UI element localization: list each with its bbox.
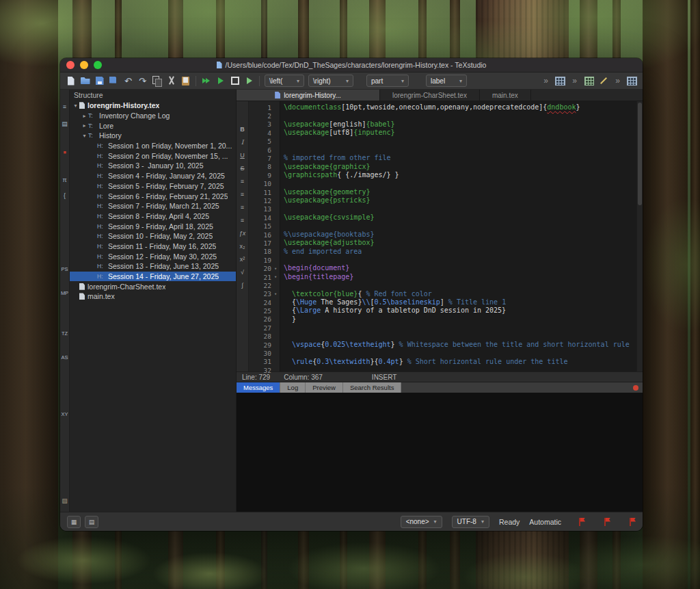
brush-icon[interactable]: ▨ bbox=[62, 497, 68, 505]
root-icon[interactable]: √ bbox=[241, 269, 244, 276]
structure-item[interactable]: H:Session 5 - Friday, February 7, 2025 bbox=[70, 181, 236, 192]
metapost-icon[interactable]: MP bbox=[61, 289, 68, 297]
math-function-icon[interactable]: ƒx bbox=[239, 230, 246, 237]
paste-icon[interactable] bbox=[178, 74, 193, 88]
tikz-icon[interactable]: TZ bbox=[62, 330, 68, 337]
editor-tab[interactable]: lorengrim-CharSheet.tex bbox=[380, 90, 480, 101]
structure-item[interactable]: ▸T:Inventory Change Log bbox=[70, 111, 236, 121]
close-panel-icon[interactable] bbox=[633, 385, 638, 391]
wizard-icon[interactable] bbox=[596, 74, 610, 88]
code-area[interactable]: \documentclass[10pt,twoside,onecolumn,op… bbox=[280, 101, 643, 371]
structure-item[interactable]: H:Session 11 - Friday, May 16, 2025 bbox=[70, 241, 236, 252]
expander-icon[interactable]: ▸ bbox=[81, 122, 88, 129]
chevrons2-icon[interactable]: » bbox=[567, 74, 582, 88]
structure-item[interactable]: ▾T:History bbox=[70, 131, 236, 141]
marker-icon[interactable]: ■ bbox=[63, 148, 66, 156]
align-justify-icon[interactable]: ≡ bbox=[241, 217, 244, 224]
expander-icon[interactable]: ▾ bbox=[72, 103, 79, 109]
expander-icon[interactable]: ▸ bbox=[81, 113, 88, 119]
encoding-dropdown[interactable]: UTF-8 ▾ bbox=[452, 516, 489, 528]
copy-icon[interactable] bbox=[150, 74, 164, 88]
chevrons-icon[interactable]: » bbox=[539, 74, 553, 88]
red-flag-icon[interactable] bbox=[604, 518, 610, 526]
expander-icon[interactable]: ▾ bbox=[81, 133, 88, 139]
structure-item[interactable]: H:Session 6 - Friday, February 21, 2025 bbox=[70, 191, 236, 201]
asymptote-icon[interactable]: AS bbox=[61, 354, 68, 361]
align-center-icon[interactable]: ≡ bbox=[241, 191, 244, 198]
pstricks-icon[interactable]: PS bbox=[61, 265, 68, 273]
italic-icon[interactable]: I bbox=[241, 139, 244, 146]
save-all-icon[interactable] bbox=[107, 74, 121, 88]
structure-item[interactable]: ▾lorengrim-History.tex bbox=[70, 101, 236, 111]
output-tab-messages[interactable]: Messages bbox=[237, 382, 280, 393]
structure-item[interactable]: H:Session 12 - Friday, May 30, 2025 bbox=[70, 251, 236, 261]
xy-pic-icon[interactable]: XY bbox=[61, 410, 68, 418]
toolbar-dropdown[interactable]: label▾ bbox=[426, 75, 467, 87]
fold-marker-icon[interactable]: ▾ bbox=[271, 266, 280, 272]
structure-item[interactable]: H:Session 3 - January 10, 2025 bbox=[70, 161, 236, 171]
titlebar[interactable]: /Users/blue/code/Tex/DnD_TheSages/charac… bbox=[60, 58, 643, 73]
align-left-icon[interactable]: ≡ bbox=[241, 178, 244, 185]
structure-item[interactable]: H:Session 13 - Friday, June 13, 2025 bbox=[70, 261, 236, 272]
red-flag-icon[interactable] bbox=[630, 518, 636, 526]
build-and-view-icon[interactable] bbox=[199, 74, 213, 88]
output-tab-log[interactable]: Log bbox=[280, 382, 306, 393]
subscript-icon[interactable]: x₂ bbox=[240, 243, 245, 250]
table2-icon[interactable] bbox=[625, 74, 639, 88]
bold-icon[interactable]: B bbox=[240, 126, 245, 133]
fold-marker-icon[interactable]: ▾ bbox=[271, 291, 280, 297]
undo-icon[interactable]: ↶ bbox=[121, 74, 135, 88]
underline-icon[interactable]: U bbox=[240, 152, 245, 159]
structure-item[interactable]: H:Session 2 on Friday, November 15, ... bbox=[70, 150, 236, 161]
math-symbols-icon[interactable]: π bbox=[62, 176, 66, 184]
align-right-icon[interactable]: ≡ bbox=[241, 204, 244, 211]
structure-item[interactable]: ▸T:Lore bbox=[70, 120, 236, 131]
minimize-button[interactable] bbox=[80, 61, 88, 69]
toolbar-dropdown[interactable]: part▾ bbox=[366, 75, 409, 87]
bookmarks-icon[interactable]: ▤ bbox=[62, 120, 68, 128]
structure-item[interactable]: H:Session 4 - Friday, January 24, 2025 bbox=[70, 171, 236, 181]
structure-item[interactable]: H:Session 9 - Friday, April 18, 2025 bbox=[70, 221, 236, 231]
open-folder-icon[interactable] bbox=[78, 74, 92, 88]
close-button[interactable] bbox=[66, 61, 75, 69]
structure-icon[interactable]: ≡ bbox=[63, 103, 66, 111]
output-tab-preview[interactable]: Preview bbox=[306, 382, 343, 393]
structure-item[interactable]: H:Session 8 - Friday, April 4, 2025 bbox=[70, 211, 236, 222]
view-icon[interactable] bbox=[242, 74, 256, 88]
redo-icon[interactable]: ↷ bbox=[135, 74, 150, 88]
window-title-area: /Users/blue/code/Tex/DnD_TheSages/charac… bbox=[60, 61, 643, 69]
zoom-button[interactable] bbox=[94, 61, 102, 69]
compile-icon[interactable] bbox=[213, 74, 228, 88]
session-dropdown[interactable]: <none> ▾ bbox=[401, 516, 442, 528]
toolbar-dropdown[interactable]: \left(▾ bbox=[265, 75, 304, 87]
table-icon[interactable] bbox=[553, 74, 567, 88]
structure-item[interactable]: H:Session 1 on Friday, November 1, 20... bbox=[70, 141, 236, 151]
chevrons3-icon[interactable]: » bbox=[610, 74, 625, 88]
editor-scrollbar[interactable] bbox=[636, 101, 643, 371]
grid-icon[interactable] bbox=[582, 74, 596, 88]
integral-icon[interactable]: ∫ bbox=[241, 282, 243, 289]
terminal-icon[interactable]: ▦ bbox=[67, 516, 81, 528]
brackets-icon[interactable]: { bbox=[64, 192, 66, 200]
red-flag-icon[interactable] bbox=[579, 518, 585, 526]
strikeout-icon[interactable]: S bbox=[240, 165, 244, 172]
structure-item[interactable]: main.tex bbox=[70, 291, 236, 302]
scrollbar-thumb[interactable] bbox=[638, 103, 642, 205]
stop-icon[interactable] bbox=[228, 74, 242, 88]
editor-tab[interactable]: lorengrim-History... bbox=[237, 90, 380, 101]
toolbar-dropdown[interactable]: \right)▾ bbox=[308, 75, 353, 87]
structure-item[interactable]: H:Session 10 - Friday, May 2, 2025 bbox=[70, 231, 236, 241]
structure-item[interactable]: H:Session 7 - Friday, March 21, 2025 bbox=[70, 201, 236, 211]
save-icon[interactable] bbox=[92, 74, 107, 88]
superscript-icon[interactable]: x² bbox=[240, 256, 245, 263]
clipboard-icon[interactable]: ▤ bbox=[85, 516, 98, 528]
line-number-gutter[interactable]: 1234567891011121314151617181920▾21▾2223▾… bbox=[249, 101, 280, 371]
structure-item[interactable]: H:Session 14 - Friday, June 27, 2025 bbox=[70, 272, 236, 282]
output-tab-search-results[interactable]: Search Results bbox=[343, 382, 401, 393]
new-file-icon[interactable] bbox=[64, 74, 78, 88]
line-ending-mode[interactable]: Automatic bbox=[529, 518, 561, 526]
fold-marker-icon[interactable]: ▾ bbox=[271, 274, 280, 280]
cut-icon[interactable] bbox=[164, 74, 178, 88]
editor-tab[interactable]: main.tex bbox=[480, 90, 531, 101]
structure-item[interactable]: lorengrim-CharSheet.tex bbox=[70, 281, 236, 291]
